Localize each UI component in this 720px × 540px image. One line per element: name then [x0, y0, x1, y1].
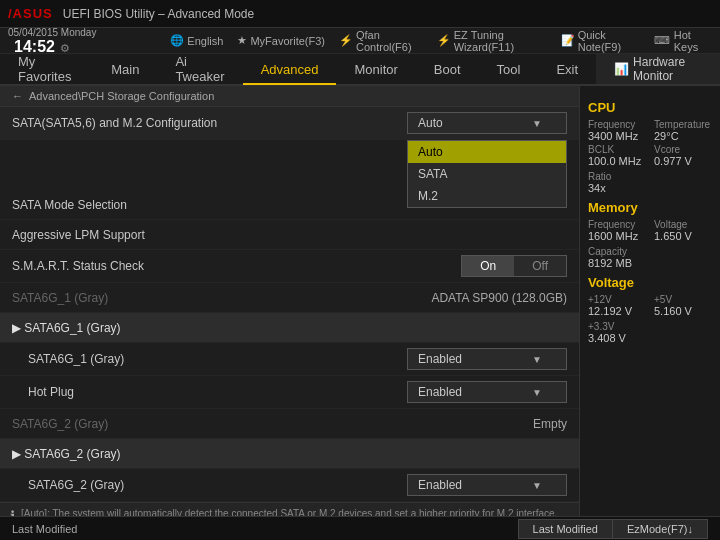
nav-ai-tweaker[interactable]: Ai Tweaker — [157, 54, 242, 84]
sata6g1-enabled-label: SATA6G_1 (Gray) — [12, 352, 407, 366]
voltage-section-title: Voltage — [588, 275, 712, 290]
sata6g2-value: Enabled — [418, 478, 462, 492]
nav-exit[interactable]: Exit — [538, 54, 596, 84]
smart-status-row: S.M.A.R.T. Status Check On Off — [0, 250, 579, 283]
sata-m2-dropdown-btn[interactable]: Auto ▼ — [407, 112, 567, 134]
nav-main[interactable]: Main — [93, 54, 157, 84]
sata6g1-dropdown[interactable]: Enabled ▼ — [407, 348, 567, 370]
sata6g2-enabled-row: SATA6G_2 (Gray) Enabled ▼ — [0, 469, 579, 502]
tuning-icon: ⚡ — [437, 34, 451, 47]
nav-hardware-monitor[interactable]: 📊 Hardware Monitor — [596, 54, 720, 84]
hot-plug-arrow-icon: ▼ — [532, 387, 542, 398]
on-button[interactable]: On — [462, 256, 514, 276]
sata6g2-dropdown-btn[interactable]: Enabled ▼ — [407, 474, 567, 496]
ez-mode-button[interactable]: EzMode(F7)↓ — [612, 519, 708, 539]
back-arrow-icon[interactable]: ← — [12, 90, 23, 102]
voltage-grid: +12V 12.192 V +5V 5.160 V — [588, 294, 712, 317]
dropdown-option-auto[interactable]: Auto — [408, 141, 566, 163]
sata-m2-config-row: SATA(SATA5,6) and M.2 Configuration Auto… — [0, 107, 579, 140]
sata6g2-dropdown[interactable]: Enabled ▼ — [407, 474, 567, 496]
hot-plug-label: Hot Plug — [12, 385, 407, 399]
memory-frequency-label: Frequency — [588, 219, 646, 230]
hardware-monitor-label: Hardware Monitor — [633, 55, 702, 83]
sata6g1-value: Enabled — [418, 352, 462, 366]
cpu-ratio: Ratio 34x — [588, 171, 712, 194]
cpu-ratio-label: Ratio — [588, 171, 712, 182]
quick-note-label: Quick Note(F9) — [578, 29, 638, 53]
ez-tuning-item[interactable]: ⚡ EZ Tuning Wizard(F11) — [437, 29, 547, 53]
nav-boot[interactable]: Boot — [416, 54, 479, 84]
content-area: ← Advanced\PCH Storage Configuration SAT… — [0, 86, 720, 540]
qfan-item[interactable]: ⚡ Qfan Control(F6) — [339, 29, 423, 53]
fan-icon: ⚡ — [339, 34, 353, 47]
dropdown-option-m2[interactable]: M.2 — [408, 185, 566, 207]
cpu-temperature-value: 29°C — [654, 130, 712, 142]
info-text: [Auto]: The system will automatically de… — [21, 507, 569, 516]
settings-list: SATA(SATA5,6) and M.2 Configuration Auto… — [0, 107, 579, 502]
smart-status-label: S.M.A.R.T. Status Check — [12, 259, 461, 273]
sata6g1-dropdown-btn[interactable]: Enabled ▼ — [407, 348, 567, 370]
cpu-frequency-label: Frequency — [588, 119, 646, 130]
favorite-icon: ★ — [237, 34, 247, 47]
note-icon: 📝 — [561, 34, 575, 47]
hot-plug-dropdown-btn[interactable]: Enabled ▼ — [407, 381, 567, 403]
nav-bar: My Favorites Main Ai Tweaker Advanced Mo… — [0, 54, 720, 86]
bottom-right: Last Modified EzMode(F7)↓ — [518, 519, 708, 539]
sata6g2-info-label: SATA6G_2 (Gray) — [12, 417, 533, 431]
cpu-bclk-label: BCLK — [588, 144, 646, 155]
cpu-vcore-value: 0.977 V — [654, 155, 712, 167]
nav-my-favorites[interactable]: My Favorites — [0, 54, 93, 84]
sata6g1-info-label: SATA6G_1 (Gray) — [12, 291, 431, 305]
hotkeys-label: Hot Keys — [674, 29, 712, 53]
dropdown-option-sata[interactable]: SATA — [408, 163, 566, 185]
left-panel: ← Advanced\PCH Storage Configuration SAT… — [0, 86, 580, 516]
plus12v-value: 12.192 V — [588, 305, 646, 317]
sata6g2-info-row: SATA6G_2 (Gray) Empty — [0, 409, 579, 439]
bios-title: UEFI BIOS Utility – Advanced Mode — [63, 7, 254, 21]
sata6g2-expand-row[interactable]: ▶ SATA6G_2 (Gray) — [0, 439, 579, 469]
hot-plug-value: Enabled — [418, 385, 462, 399]
memory-voltage-value: 1.650 V — [654, 230, 712, 242]
hot-plug-row: Hot Plug Enabled ▼ — [0, 376, 579, 409]
sata6g2-enabled-label: SATA6G_2 (Gray) — [12, 478, 407, 492]
nav-monitor[interactable]: Monitor — [336, 54, 415, 84]
content-middle: ← Advanced\PCH Storage Configuration SAT… — [0, 86, 720, 516]
sata6g1-enabled-row: SATA6G_1 (Gray) Enabled ▼ — [0, 343, 579, 376]
breadcrumb: ← Advanced\PCH Storage Configuration — [0, 86, 579, 107]
quick-note-item[interactable]: 📝 Quick Note(F9) — [561, 29, 638, 53]
hotkeys[interactable]: ⌨ Hot Keys — [654, 29, 712, 53]
bottom-bar: Last Modified Last Modified EzMode(F7)↓ — [0, 516, 720, 540]
plus3v3: +3.3V 3.408 V — [588, 321, 712, 344]
monitor-icon: 📊 — [614, 62, 629, 76]
nav-tool[interactable]: Tool — [479, 54, 539, 84]
memory-frequency-value: 1600 MHz — [588, 230, 646, 242]
aggressive-lpm-label: Aggressive LPM Support — [12, 228, 567, 242]
info-line-1: [Auto]: The system will automatically de… — [21, 507, 569, 516]
last-modified-button[interactable]: Last Modified — [518, 519, 612, 539]
plus3v3-label: +3.3V — [588, 321, 712, 332]
toolbar-items: 🌐 English ★ MyFavorite(F3) ⚡ Qfan Contro… — [170, 29, 637, 53]
sata6g1-arrow-icon: ▼ — [532, 354, 542, 365]
time: 14:52 — [14, 38, 55, 55]
memory-capacity: Capacity 8192 MB — [588, 246, 712, 269]
smart-status-toggle[interactable]: On Off — [461, 255, 567, 277]
sata6g1-expand-row[interactable]: ▶ SATA6G_1 (Gray) — [0, 313, 579, 343]
sata-m2-dropdown[interactable]: Auto ▼ Auto SATA M.2 — [407, 112, 567, 134]
hot-plug-dropdown[interactable]: Enabled ▼ — [407, 381, 567, 403]
myfavorite-item[interactable]: ★ MyFavorite(F3) — [237, 29, 325, 53]
plus12v-label: +12V — [588, 294, 646, 305]
cpu-vcore-label: Vcore — [654, 144, 712, 155]
sata6g1-info-row: SATA6G_1 (Gray) ADATA SP900 (128.0GB) — [0, 283, 579, 313]
bottom-left: Last Modified — [12, 523, 77, 535]
nav-advanced[interactable]: Advanced — [243, 55, 337, 85]
off-button[interactable]: Off — [514, 256, 566, 276]
date: 05/04/2015 Monday — [8, 27, 96, 38]
cpu-frequency-value: 3400 MHz — [588, 130, 646, 142]
gear-icon: ⚙ — [60, 42, 70, 54]
memory-voltage-label: Voltage — [654, 219, 712, 230]
language-item[interactable]: 🌐 English — [170, 29, 223, 53]
globe-icon: 🌐 — [170, 34, 184, 47]
sata6g2-arrow-icon: ▼ — [532, 480, 542, 491]
sata-m2-value: Auto — [418, 116, 443, 130]
sata-m2-config-label: SATA(SATA5,6) and M.2 Configuration — [12, 116, 407, 130]
